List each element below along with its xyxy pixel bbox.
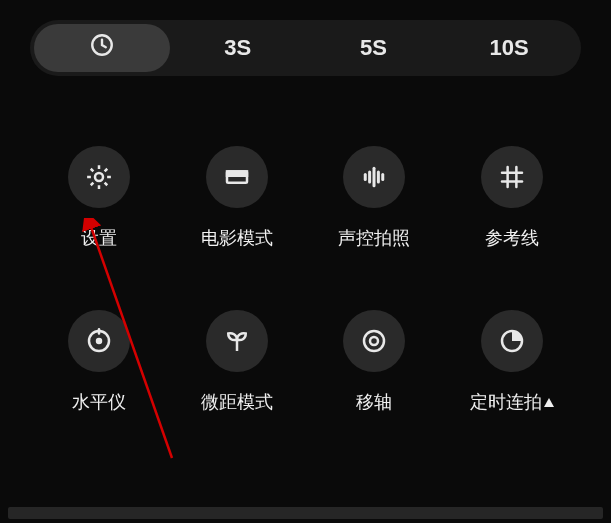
option-label: 水平仪 [72,390,126,414]
svg-point-1 [95,173,103,181]
option-gridlines[interactable]: 参考线 [481,146,543,250]
option-label: 电影模式 [201,226,273,250]
option-label: 移轴 [356,390,392,414]
soundwave-icon [343,146,405,208]
option-macro-mode[interactable]: 微距模式 [201,310,273,414]
option-label: 声控拍照 [338,226,410,250]
tilt-shift-icon [343,310,405,372]
macro-icon [206,310,268,372]
timer-option-clock[interactable] [34,24,170,72]
timer-option-3s[interactable]: 3S [170,24,306,72]
timer-option-10s[interactable]: 10S [441,24,577,72]
bottom-bar [8,507,603,519]
clock-icon [89,32,115,64]
option-tilt-shift[interactable]: 移轴 [343,310,405,414]
timer-option-5s[interactable]: 5S [306,24,442,72]
timer-label: 10S [490,35,529,61]
gear-icon [68,146,130,208]
option-voice-shutter[interactable]: 声控拍照 [338,146,410,250]
svg-rect-3 [227,171,247,175]
level-icon [68,310,130,372]
timer-segmented-control: 3S 5S 10S [30,20,581,76]
grid-hash-icon [481,146,543,208]
option-settings[interactable]: 设置 [68,146,130,250]
option-level[interactable]: 水平仪 [68,310,130,414]
timer-label: 5S [360,35,387,61]
option-movie-mode[interactable]: 电影模式 [201,146,273,250]
option-label-wrap: 定时连拍 [470,390,554,414]
options-grid: 设置 电影模式 声控拍照 [0,76,611,414]
timer-icon [481,310,543,372]
option-label: 参考线 [485,226,539,250]
svg-point-17 [370,337,378,345]
movie-icon [206,146,268,208]
svg-point-14 [97,339,101,343]
timer-label: 3S [224,35,251,61]
option-label: 设置 [81,226,117,250]
option-timed-burst[interactable]: 定时连拍 [470,310,554,414]
option-label: 定时连拍 [470,390,542,414]
expand-indicator-icon [544,398,554,407]
option-label: 微距模式 [201,390,273,414]
svg-point-16 [364,331,384,351]
